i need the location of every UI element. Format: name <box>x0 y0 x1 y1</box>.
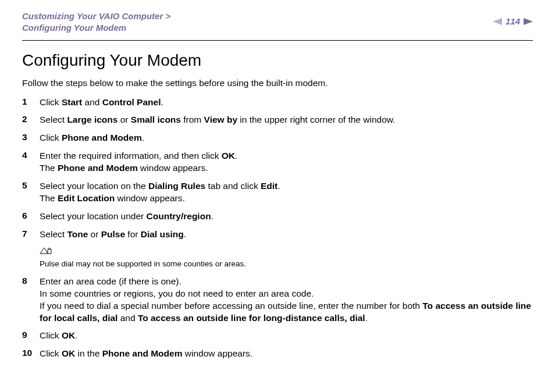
intro-text: Follow the steps below to make the setti… <box>22 78 533 88</box>
step-number: 6 <box>22 211 40 221</box>
page-title: Configuring Your Modem <box>22 51 533 70</box>
breadcrumb-separator: > <box>163 11 170 21</box>
page-header: Customizing Your VAIO Computer > Configu… <box>22 10 533 34</box>
step-body: Click OK. <box>40 330 533 342</box>
document-page: Customizing Your VAIO Computer > Configu… <box>0 0 555 392</box>
step-body: Click Start and Control Panel. <box>40 97 533 109</box>
step-body: Enter an area code (if there is one). In… <box>40 276 533 325</box>
step-number: 9 <box>22 330 40 340</box>
step-5: 5 Select your location on the Dialing Ru… <box>22 180 533 205</box>
step-1: 1 Click Start and Control Panel. <box>22 97 533 109</box>
step-number: 3 <box>22 132 40 142</box>
step-2: 2 Select Large icons or Small icons from… <box>22 114 533 126</box>
breadcrumb-line-1: Customizing Your VAIO Computer > <box>22 10 170 22</box>
breadcrumb-section: Customizing Your VAIO Computer <box>22 11 163 21</box>
note-text: Pulse dial may not be supported in some … <box>40 259 246 268</box>
step-number: 7 <box>22 229 40 239</box>
step-number: 5 <box>22 180 40 191</box>
steps-list: 1 Click Start and Control Panel. 2 Selec… <box>22 97 533 361</box>
step-10: 10 Click OK in the Phone and Modem windo… <box>22 348 533 360</box>
step-4: 4 Enter the required information, and th… <box>22 150 533 174</box>
step-number: 2 <box>22 114 40 124</box>
step-body: Click Phone and Modem. <box>40 132 533 144</box>
step-number: 4 <box>22 150 40 161</box>
breadcrumb-line-2: Configuring Your Modem <box>22 22 170 34</box>
step-6: 6 Select your location under Country/reg… <box>22 211 533 223</box>
step-body: Select Large icons or Small icons from V… <box>40 114 533 126</box>
step-8: 8 Enter an area code (if there is one). … <box>22 276 533 325</box>
prev-page-icon[interactable] <box>493 18 502 25</box>
step-body: Enter the required information, and then… <box>40 150 533 174</box>
step-number: 10 <box>22 348 40 358</box>
step-number: 1 <box>22 97 40 107</box>
step-body: Select your location under Country/regio… <box>40 211 533 223</box>
note-block: Pulse dial may not be supported in some … <box>22 247 533 269</box>
step-body: Select Tone or Pulse for Dial using. <box>40 229 533 241</box>
page-number: 114 <box>506 16 520 26</box>
step-number: 8 <box>22 276 40 286</box>
step-9: 9 Click OK. <box>22 330 533 342</box>
page-navigator: 114 <box>493 16 533 26</box>
svg-marker-0 <box>493 18 502 25</box>
breadcrumb: Customizing Your VAIO Computer > Configu… <box>22 10 170 34</box>
note-icon <box>40 247 533 257</box>
step-body: Select your location on the Dialing Rule… <box>40 180 533 205</box>
step-body: Click OK in the Phone and Modem window a… <box>40 348 533 360</box>
next-page-icon[interactable] <box>524 18 533 25</box>
svg-marker-1 <box>524 18 533 25</box>
header-divider <box>22 40 533 41</box>
step-7: 7 Select Tone or Pulse for Dial using. <box>22 229 533 241</box>
step-3: 3 Click Phone and Modem. <box>22 132 533 144</box>
